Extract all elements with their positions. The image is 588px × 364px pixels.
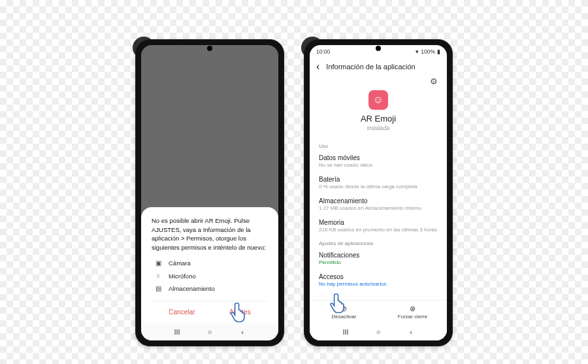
wifi-icon: ▾ bbox=[416, 48, 419, 55]
battery-icon: ▮ bbox=[437, 48, 440, 55]
setting-sub: Permitido bbox=[319, 259, 438, 265]
setting-sub: No se han usado datos bbox=[319, 162, 438, 168]
setting-title: Memoria bbox=[319, 219, 438, 226]
nav-recent-icon[interactable]: III bbox=[341, 327, 350, 337]
header-title: Información de la aplicación bbox=[326, 63, 415, 71]
force-stop-label: Forzar cierre bbox=[398, 314, 427, 320]
folder-icon: ▤ bbox=[154, 284, 162, 294]
app-hero: ☺ AR Emoji Instalada bbox=[310, 86, 447, 139]
setting-access[interactable]: Accesos No hay permisos autorizados bbox=[310, 269, 447, 291]
android-nav-bar: III ○ ‹ bbox=[141, 323, 278, 340]
setting-memory[interactable]: Memoria 218 KB usados en promedio en las… bbox=[310, 215, 447, 237]
camera-hole-icon bbox=[376, 46, 381, 51]
nav-home-icon[interactable]: ○ bbox=[374, 327, 383, 337]
perm-label: Micrófono bbox=[169, 272, 196, 281]
phone-frame-6: 10:00 ▾ 100% ▮ ‹ Información de la aplic… bbox=[304, 39, 453, 346]
nav-back-icon[interactable]: ‹ bbox=[238, 327, 247, 337]
app-state: Instalada bbox=[367, 125, 390, 131]
perm-label: Cámara bbox=[169, 259, 191, 268]
microphone-icon: ⍩ bbox=[154, 272, 162, 282]
perm-row-camera: ▣ Cámara bbox=[154, 259, 268, 269]
status-time: 10:00 bbox=[316, 48, 330, 55]
camera-hole-icon bbox=[207, 46, 212, 51]
dialog-button-row: Cancelar Ajustes bbox=[152, 301, 268, 322]
perm-row-mic: ⍩ Micrófono bbox=[154, 272, 268, 282]
permission-dialog: No es posible abrir AR Emoji. Pulse AJUS… bbox=[141, 207, 278, 323]
back-arrow-icon[interactable]: ‹ bbox=[316, 61, 319, 73]
setting-sub: 1.27 MB usados en Almacenamiento interno bbox=[319, 205, 438, 211]
setting-title: Accesos bbox=[319, 273, 438, 280]
gear-icon[interactable]: ⚙ bbox=[430, 76, 438, 86]
setting-sub: No hay permisos autorizados bbox=[319, 281, 438, 287]
setting-title: Datos móviles bbox=[319, 154, 438, 161]
dimmed-background bbox=[141, 45, 278, 207]
screen-5: No es posible abrir AR Emoji. Pulse AJUS… bbox=[141, 45, 278, 340]
android-nav-bar: III ○ ‹ bbox=[310, 323, 447, 340]
app-name: AR Emoji bbox=[361, 114, 396, 124]
step-5-wrap: 5 No es posible abrir AR Emoji. Pulse AJ… bbox=[135, 39, 284, 346]
settings-button[interactable]: Ajustes bbox=[229, 308, 251, 318]
force-stop-button[interactable]: ⊗ Forzar cierre bbox=[378, 301, 447, 323]
bottom-actions: ⊘ Desactivar ⊗ Forzar cierre bbox=[310, 300, 447, 323]
battery-text: 100% bbox=[421, 48, 435, 55]
app-info-header: ‹ Información de la aplicación bbox=[310, 58, 447, 75]
status-right: ▾ 100% ▮ bbox=[416, 48, 440, 55]
perm-row-storage: ▤ Almacenamiento bbox=[154, 284, 268, 294]
section-app-settings: Ajustes de aplicaciones bbox=[310, 237, 447, 248]
screen-6: 10:00 ▾ 100% ▮ ‹ Información de la aplic… bbox=[310, 45, 447, 340]
setting-mobile-data[interactable]: Datos móviles No se han usado datos bbox=[310, 150, 447, 172]
setting-battery[interactable]: Batería 0 % usado desde la última carga … bbox=[310, 172, 447, 193]
camera-icon: ▣ bbox=[154, 259, 162, 269]
nav-home-icon[interactable]: ○ bbox=[205, 327, 214, 337]
step-6-wrap: 6 10:00 ▾ 100% ▮ ‹ Información de la apl… bbox=[304, 39, 453, 346]
disable-button[interactable]: ⊘ Desactivar bbox=[310, 301, 378, 323]
nav-recent-icon[interactable]: III bbox=[172, 327, 182, 337]
disable-icon: ⊘ bbox=[341, 305, 347, 313]
setting-storage[interactable]: Almacenamiento 1.27 MB usados en Almacen… bbox=[310, 193, 447, 215]
setting-title: Batería bbox=[319, 176, 438, 183]
cancel-button[interactable]: Cancelar bbox=[169, 308, 195, 318]
ar-emoji-app-icon: ☺ bbox=[368, 90, 388, 110]
force-stop-icon: ⊗ bbox=[410, 305, 416, 313]
perm-label: Almacenamiento bbox=[169, 284, 215, 293]
setting-sub: 0 % usado desde la última carga completa bbox=[319, 184, 438, 190]
setting-title: Almacenamiento bbox=[319, 197, 438, 205]
gear-row: ⚙ bbox=[310, 75, 447, 86]
disable-label: Desactivar bbox=[332, 314, 357, 320]
phone-frame-5: No es posible abrir AR Emoji. Pulse AJUS… bbox=[135, 39, 284, 346]
setting-title: Notificaciones bbox=[319, 252, 438, 259]
dialog-message: No es posible abrir AR Emoji. Pulse AJUS… bbox=[152, 216, 268, 252]
setting-notifications[interactable]: Notificaciones Permitido bbox=[310, 248, 447, 269]
nav-back-icon[interactable]: ‹ bbox=[406, 327, 416, 337]
setting-sub: 218 KB usados en promedio en las últimas… bbox=[319, 227, 438, 233]
section-usage: Uso bbox=[310, 139, 447, 150]
